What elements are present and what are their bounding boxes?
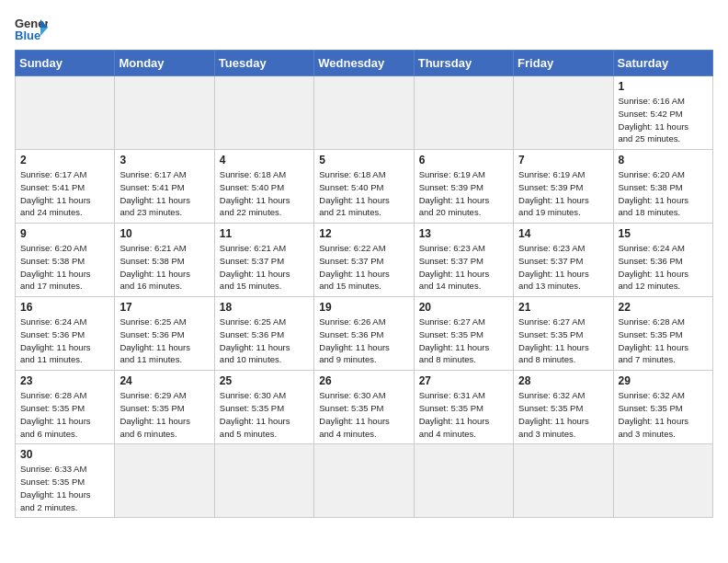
calendar-cell — [414, 444, 513, 518]
svg-marker-3 — [40, 28, 48, 36]
day-info: Sunrise: 6:24 AM Sunset: 5:36 PM Dayligh… — [619, 242, 708, 293]
svg-text:Blue: Blue — [15, 29, 40, 42]
header: General Blue — [15, 15, 713, 42]
calendar-cell: 7Sunrise: 6:19 AM Sunset: 5:39 PM Daylig… — [514, 150, 613, 224]
day-info: Sunrise: 6:33 AM Sunset: 5:35 PM Dayligh… — [20, 463, 109, 513]
calendar-cell: 11Sunrise: 6:21 AM Sunset: 5:37 PM Dayli… — [214, 224, 313, 297]
day-info: Sunrise: 6:32 AM Sunset: 5:35 PM Dayligh… — [619, 389, 708, 440]
calendar-cell: 19Sunrise: 6:26 AM Sunset: 5:36 PM Dayli… — [314, 297, 414, 371]
day-number: 11 — [220, 227, 309, 240]
logo-icon: General Blue — [15, 15, 48, 42]
calendar-cell: 18Sunrise: 6:25 AM Sunset: 5:36 PM Dayli… — [214, 297, 313, 371]
calendar-cell: 16Sunrise: 6:24 AM Sunset: 5:36 PM Dayli… — [16, 297, 115, 371]
day-info: Sunrise: 6:17 AM Sunset: 5:41 PM Dayligh… — [119, 168, 209, 219]
day-info: Sunrise: 6:23 AM Sunset: 5:37 PM Dayligh… — [518, 242, 608, 293]
logo: General Blue — [15, 15, 48, 42]
calendar-cell — [314, 76, 414, 150]
calendar-cell: 15Sunrise: 6:24 AM Sunset: 5:36 PM Dayli… — [613, 224, 712, 297]
day-info: Sunrise: 6:32 AM Sunset: 5:35 PM Dayligh… — [518, 389, 608, 440]
day-number: 6 — [419, 154, 508, 167]
day-info: Sunrise: 6:25 AM Sunset: 5:36 PM Dayligh… — [220, 316, 309, 366]
day-number: 3 — [119, 154, 209, 167]
calendar-cell: 24Sunrise: 6:29 AM Sunset: 5:35 PM Dayli… — [115, 371, 214, 444]
weekday-header-wednesday: Wednesday — [314, 51, 414, 76]
day-number: 18 — [220, 301, 309, 314]
day-number: 30 — [20, 448, 109, 461]
day-number: 19 — [319, 301, 408, 314]
day-info: Sunrise: 6:31 AM Sunset: 5:35 PM Dayligh… — [419, 389, 508, 440]
day-number: 4 — [220, 154, 309, 167]
calendar-cell — [514, 76, 613, 150]
day-info: Sunrise: 6:17 AM Sunset: 5:41 PM Dayligh… — [20, 168, 109, 219]
day-info: Sunrise: 6:30 AM Sunset: 5:35 PM Dayligh… — [319, 389, 408, 440]
calendar-cell — [613, 444, 712, 518]
weekday-header-friday: Friday — [514, 51, 613, 76]
calendar-cell: 12Sunrise: 6:22 AM Sunset: 5:37 PM Dayli… — [314, 224, 414, 297]
calendar-cell: 25Sunrise: 6:30 AM Sunset: 5:35 PM Dayli… — [214, 371, 313, 444]
day-info: Sunrise: 6:26 AM Sunset: 5:36 PM Dayligh… — [319, 316, 408, 366]
day-number: 9 — [20, 227, 109, 240]
day-number: 29 — [619, 374, 708, 387]
calendar-cell: 23Sunrise: 6:28 AM Sunset: 5:35 PM Dayli… — [16, 371, 115, 444]
day-number: 10 — [119, 227, 209, 240]
day-number: 8 — [619, 154, 708, 167]
calendar-cell: 1Sunrise: 6:16 AM Sunset: 5:42 PM Daylig… — [613, 76, 712, 150]
calendar-cell: 4Sunrise: 6:18 AM Sunset: 5:40 PM Daylig… — [214, 150, 313, 224]
day-number: 26 — [319, 374, 408, 387]
weekday-header-thursday: Thursday — [414, 51, 513, 76]
day-number: 17 — [119, 301, 209, 314]
day-info: Sunrise: 6:20 AM Sunset: 5:38 PM Dayligh… — [619, 168, 708, 219]
calendar-cell: 5Sunrise: 6:18 AM Sunset: 5:40 PM Daylig… — [314, 150, 414, 224]
day-info: Sunrise: 6:25 AM Sunset: 5:36 PM Dayligh… — [119, 316, 209, 366]
day-number: 14 — [518, 227, 608, 240]
calendar-table: SundayMondayTuesdayWednesdayThursdayFrid… — [15, 50, 713, 518]
day-info: Sunrise: 6:28 AM Sunset: 5:35 PM Dayligh… — [20, 389, 109, 440]
day-number: 15 — [619, 227, 708, 240]
day-info: Sunrise: 6:28 AM Sunset: 5:35 PM Dayligh… — [619, 316, 708, 366]
calendar-cell — [115, 444, 214, 518]
weekday-header-sunday: Sunday — [16, 51, 115, 76]
calendar-cell: 9Sunrise: 6:20 AM Sunset: 5:38 PM Daylig… — [16, 224, 115, 297]
day-number: 20 — [419, 301, 508, 314]
day-info: Sunrise: 6:19 AM Sunset: 5:39 PM Dayligh… — [419, 168, 508, 219]
day-number: 21 — [518, 301, 608, 314]
weekday-header-saturday: Saturday — [613, 51, 712, 76]
day-number: 5 — [319, 154, 408, 167]
day-info: Sunrise: 6:18 AM Sunset: 5:40 PM Dayligh… — [319, 168, 408, 219]
calendar-cell: 3Sunrise: 6:17 AM Sunset: 5:41 PM Daylig… — [115, 150, 214, 224]
day-info: Sunrise: 6:30 AM Sunset: 5:35 PM Dayligh… — [220, 389, 309, 440]
calendar-cell: 26Sunrise: 6:30 AM Sunset: 5:35 PM Dayli… — [314, 371, 414, 444]
day-info: Sunrise: 6:22 AM Sunset: 5:37 PM Dayligh… — [319, 242, 408, 293]
day-info: Sunrise: 6:27 AM Sunset: 5:35 PM Dayligh… — [518, 316, 608, 366]
day-number: 16 — [20, 301, 109, 314]
day-info: Sunrise: 6:21 AM Sunset: 5:37 PM Dayligh… — [220, 242, 309, 293]
calendar-cell — [214, 76, 313, 150]
day-info: Sunrise: 6:16 AM Sunset: 5:42 PM Dayligh… — [619, 95, 708, 145]
calendar-cell — [16, 76, 115, 150]
day-number: 28 — [518, 374, 608, 387]
calendar-cell: 2Sunrise: 6:17 AM Sunset: 5:41 PM Daylig… — [16, 150, 115, 224]
day-number: 25 — [220, 374, 309, 387]
day-number: 24 — [119, 374, 209, 387]
day-number: 13 — [419, 227, 508, 240]
day-info: Sunrise: 6:23 AM Sunset: 5:37 PM Dayligh… — [419, 242, 508, 293]
calendar-cell: 30Sunrise: 6:33 AM Sunset: 5:35 PM Dayli… — [16, 444, 115, 518]
calendar-cell: 22Sunrise: 6:28 AM Sunset: 5:35 PM Dayli… — [613, 297, 712, 371]
calendar-cell: 28Sunrise: 6:32 AM Sunset: 5:35 PM Dayli… — [514, 371, 613, 444]
day-number: 1 — [619, 80, 708, 93]
day-info: Sunrise: 6:27 AM Sunset: 5:35 PM Dayligh… — [419, 316, 508, 366]
calendar-cell — [414, 76, 513, 150]
calendar-cell: 21Sunrise: 6:27 AM Sunset: 5:35 PM Dayli… — [514, 297, 613, 371]
calendar-cell — [314, 444, 414, 518]
calendar-cell: 17Sunrise: 6:25 AM Sunset: 5:36 PM Dayli… — [115, 297, 214, 371]
calendar-cell — [214, 444, 313, 518]
calendar-cell: 20Sunrise: 6:27 AM Sunset: 5:35 PM Dayli… — [414, 297, 513, 371]
calendar-cell: 6Sunrise: 6:19 AM Sunset: 5:39 PM Daylig… — [414, 150, 513, 224]
calendar-cell: 8Sunrise: 6:20 AM Sunset: 5:38 PM Daylig… — [613, 150, 712, 224]
day-number: 27 — [419, 374, 508, 387]
calendar-cell: 14Sunrise: 6:23 AM Sunset: 5:37 PM Dayli… — [514, 224, 613, 297]
day-info: Sunrise: 6:19 AM Sunset: 5:39 PM Dayligh… — [518, 168, 608, 219]
day-info: Sunrise: 6:21 AM Sunset: 5:38 PM Dayligh… — [119, 242, 209, 293]
day-number: 12 — [319, 227, 408, 240]
calendar-cell — [514, 444, 613, 518]
